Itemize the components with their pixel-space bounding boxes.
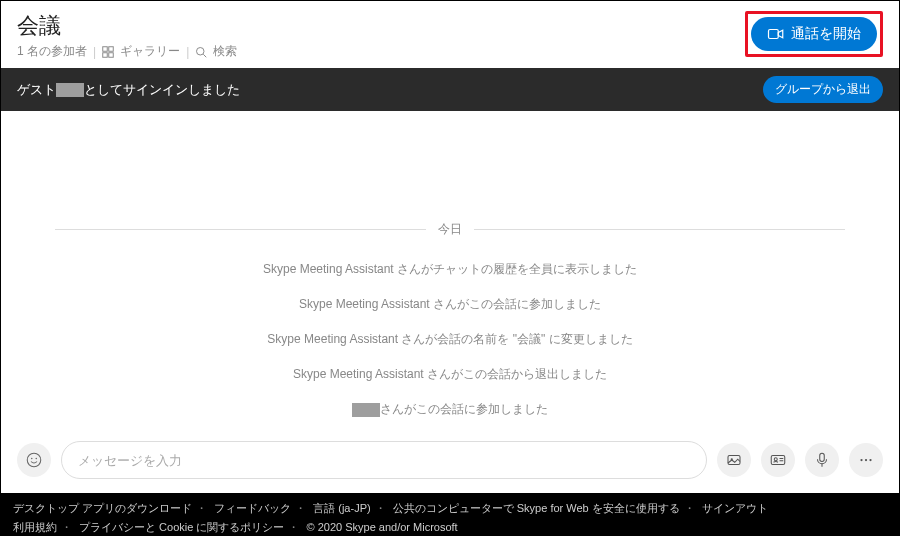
svg-point-8 — [31, 458, 33, 460]
date-divider: 今日 — [55, 221, 845, 238]
video-icon — [767, 25, 785, 43]
gallery-icon — [102, 46, 114, 58]
svg-point-13 — [774, 458, 777, 461]
svg-rect-1 — [109, 46, 114, 51]
system-message: Skype Meeting Assistant さんが会話の名前を "会議" に… — [267, 331, 632, 348]
footer-link[interactable]: 公共のコンピューターで Skype for Web を安全に使用する — [393, 502, 680, 514]
svg-line-5 — [204, 54, 207, 57]
composer — [1, 433, 899, 493]
message-input[interactable] — [61, 441, 707, 479]
footer-link[interactable]: プライバシーと Cookie に関するポリシー — [79, 521, 284, 533]
system-message-suffix: さんがこの会話に参加しました — [380, 401, 548, 418]
search-icon — [195, 46, 207, 58]
svg-point-7 — [27, 453, 41, 467]
leave-group-button[interactable]: グループから退出 — [763, 76, 883, 103]
system-message: Skype Meeting Assistant さんがチャットの履歴を全員に表示… — [263, 261, 637, 278]
gallery-link[interactable]: ギャラリー — [120, 43, 180, 60]
footer-link[interactable]: フィードバック — [214, 502, 291, 514]
contact-card-button[interactable] — [761, 443, 795, 477]
emoji-button[interactable] — [17, 443, 51, 477]
svg-rect-16 — [820, 453, 825, 461]
date-label: 今日 — [426, 221, 474, 238]
footer: デスクトップ アプリのダウンロード・ フィードバック・ 言語 (ja-JP)・ … — [1, 493, 899, 536]
header-subline: 1 名の参加者 | ギャラリー | 検索 — [17, 43, 237, 60]
highlight-annotation: 通話を開始 — [745, 11, 883, 57]
system-message: Skype Meeting Assistant さんがこの会話に参加しました — [299, 296, 601, 313]
start-call-button[interactable]: 通話を開始 — [751, 17, 877, 51]
svg-rect-2 — [103, 52, 108, 57]
microphone-button[interactable] — [805, 443, 839, 477]
svg-rect-12 — [771, 456, 785, 465]
copyright: © 2020 Skype and/or Microsoft — [306, 521, 457, 533]
more-button[interactable] — [849, 443, 883, 477]
guest-suffix: としてサインインしました — [84, 81, 240, 99]
svg-point-20 — [869, 459, 871, 461]
svg-rect-6 — [769, 30, 779, 39]
svg-point-19 — [865, 459, 867, 461]
system-message: さんがこの会話に参加しました — [352, 401, 548, 418]
chat-content: 今日 Skype Meeting Assistant さんがチャットの履歴を全員… — [1, 111, 899, 433]
system-message: Skype Meeting Assistant さんがこの会話から退出しました — [293, 366, 607, 383]
svg-rect-3 — [109, 52, 114, 57]
svg-point-4 — [197, 47, 205, 55]
attach-media-button[interactable] — [717, 443, 751, 477]
svg-point-18 — [860, 459, 862, 461]
header: 会議 1 名の参加者 | ギャラリー | 検索 通話を開始 — [1, 1, 899, 68]
footer-link[interactable]: 利用規約 — [13, 521, 57, 533]
footer-link[interactable]: 言語 (ja-JP) — [313, 502, 370, 514]
footer-link[interactable]: サインアウト — [702, 502, 768, 514]
search-link[interactable]: 検索 — [213, 43, 237, 60]
svg-point-9 — [36, 458, 38, 460]
redacted-name — [352, 403, 380, 417]
guest-prefix: ゲスト — [17, 81, 56, 99]
footer-link[interactable]: デスクトップ アプリのダウンロード — [13, 502, 192, 514]
svg-rect-0 — [103, 46, 108, 51]
participant-count[interactable]: 1 名の参加者 — [17, 43, 87, 60]
page-title: 会議 — [17, 11, 237, 41]
start-call-label: 通話を開始 — [791, 25, 861, 43]
signin-bar: ゲスト としてサインインしました グループから退出 — [1, 68, 899, 111]
redacted-name — [56, 83, 84, 97]
